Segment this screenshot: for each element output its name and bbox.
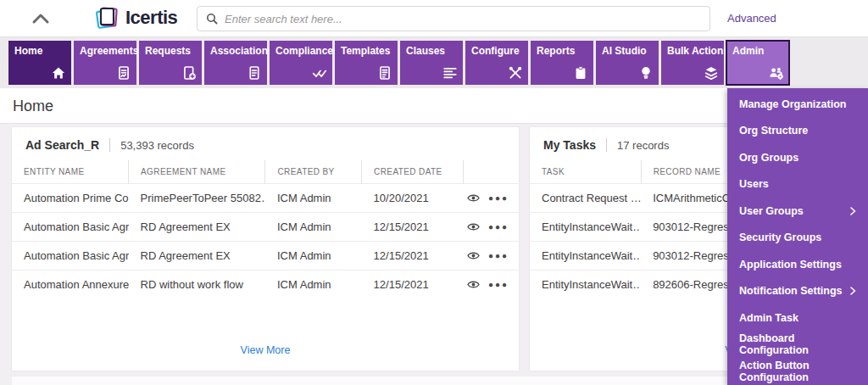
ai-studio-icon [638,65,654,81]
nav-tab-ai-studio[interactable]: AI Studio [596,41,659,85]
table-cell: Contract Request … [530,184,641,213]
table-cell: Automation Basic Agr… [12,242,129,271]
nav-tab-home[interactable]: Home [8,41,71,85]
chevron-right-icon [850,287,856,295]
row-more-ellipsis-icon[interactable]: ●●● [488,251,509,260]
search-input[interactable] [225,13,701,25]
nav-tab-associations[interactable]: Associations [204,41,267,85]
nav-tab-label: Configure [471,45,520,57]
admin-menu-item-users[interactable]: Users [727,171,868,198]
configure-icon [508,65,523,81]
admin-menu-item-notification-settings[interactable]: Notification Settings [727,278,868,305]
requests-icon [181,65,197,81]
menu-item-label: Application Settings [739,259,842,271]
nav-tab-label: Requests [145,45,191,57]
nav-tab-label: AI Studio [602,45,647,57]
column-header: ENTITY NAME [12,160,129,184]
preview-eye-icon[interactable] [467,222,480,232]
nav-tab-compliances[interactable]: Compliances [270,41,332,85]
table-cell: ICM Admin [265,184,362,213]
menu-item-label: Dashboard Configuration [739,332,856,356]
nav-tab-admin[interactable]: Admin [726,41,789,85]
row-more-ellipsis-icon[interactable]: ●●● [488,280,509,289]
table-cell: 12/15/2021 [362,242,464,271]
admin-menu-item-org-groups[interactable]: Org Groups [727,144,868,171]
ad-search-view-more-link[interactable]: View More [12,344,519,356]
record-count: 53,393 records [120,139,194,152]
table-cell: Automation Basic Agr… [12,213,129,242]
admin-menu-item-action-button-configuration[interactable]: Action Button Configuration [727,358,868,385]
nav-tab-clauses[interactable]: Clauses [400,41,463,85]
row-actions: ●●● [463,213,519,242]
row-actions: ●●● [463,184,519,213]
menu-item-label: User Groups [739,205,804,217]
admin-menu-item-manage-organization[interactable]: Manage Organization [727,91,868,118]
page-title: Home [13,98,53,115]
table-cell: 12/15/2021 [362,213,464,242]
table-cell: PrimePeerToPeer 55082… [129,184,265,213]
panel-title: Ad Search_R [25,138,99,152]
nav-tab-label: Associations [210,45,274,57]
preview-eye-icon[interactable] [467,280,480,289]
row-more-ellipsis-icon[interactable]: ●●● [488,193,509,203]
divider [606,138,607,152]
admin-menu-item-dashboard-configuration[interactable]: Dashboard Configuration [727,332,868,359]
ad-search-table: ENTITY NAMEAGREEMENT NAMECREATED BYCREAT… [12,160,519,299]
column-header: AGREEMENT NAME [129,160,265,184]
top-bar: Icertis Advanced [0,0,868,37]
admin-menu-item-user-groups[interactable]: User Groups [727,198,868,225]
nav-tab-bulk-actions[interactable]: Bulk Actions [661,41,724,85]
icertis-logo-icon [95,5,120,31]
preview-eye-icon[interactable] [467,193,480,203]
table-cell: ICM Admin [265,271,362,299]
record-count: 17 records [617,139,669,152]
column-header: CREATED BY [265,160,362,184]
table-cell: RD without work flow [129,271,265,299]
nav-tab-agreements[interactable]: Agreements [74,41,136,85]
menu-item-label: Security Groups [739,232,821,243]
agreements-icon [116,65,131,81]
table-cell: Automation Annexure … [12,271,129,299]
table-row[interactable]: Automation Prime Co…PrimePeerToPeer 5508… [12,184,519,213]
menu-item-label: Manage Organization [739,98,846,110]
panel-title: My Tasks [543,138,596,152]
menu-item-label: Org Structure [739,125,808,137]
column-header: TASK [530,160,641,184]
preview-eye-icon[interactable] [467,251,480,260]
compliances-icon [312,65,327,81]
admin-menu-item-org-structure[interactable]: Org Structure [727,118,868,145]
global-search [197,6,710,31]
nav-tab-label: Templates [341,45,390,57]
clauses-icon [442,65,458,81]
table-cell: ICM Admin [265,242,362,271]
row-more-ellipsis-icon[interactable]: ●●● [488,222,509,232]
nav-tab-templates[interactable]: Templates [335,41,398,85]
table-row[interactable]: Automation Annexure …RD without work flo… [12,271,519,299]
bulk-actions-icon [704,65,719,81]
nav-tab-configure[interactable]: Configure [465,41,528,85]
admin-menu-item-security-groups[interactable]: Security Groups [727,225,868,252]
table-cell: EntityInstanceWait… [530,242,641,271]
actions-column-header [463,160,519,184]
table-row[interactable]: Automation Basic Agr…RD Agreement EXICM … [12,242,519,271]
table-cell: EntityInstanceWait… [530,271,641,299]
nav-tab-reports[interactable]: Reports [531,41,593,85]
nav-tab-label: Clauses [406,45,445,57]
nav-tab-requests[interactable]: Requests [139,41,202,85]
ad-search-panel: Ad Search_R 53,393 records ENTITY NAMEAG… [12,127,519,371]
menu-item-label: Action Button Configuration [739,360,856,383]
table-row[interactable]: Automation Basic Agr…RD Agreement EXICM … [12,213,519,242]
menu-item-label: Admin Task [739,312,798,324]
column-header: CREATED DATE [362,160,464,184]
menu-item-label: Notification Settings [739,285,843,297]
admin-menu-item-application-settings[interactable]: Application Settings [727,251,868,278]
menu-item-label: Org Groups [739,152,798,164]
admin-menu-item-admin-task[interactable]: Admin Task [727,304,868,332]
admin-icon [769,65,784,81]
chevron-right-icon [850,207,856,215]
advanced-search-link[interactable]: Advanced [727,12,776,25]
search-icon [206,13,218,25]
divider [109,138,110,152]
ad-search-panel-header: Ad Search_R 53,393 records [12,127,519,160]
collapse-chevron-up-icon[interactable] [31,11,51,26]
